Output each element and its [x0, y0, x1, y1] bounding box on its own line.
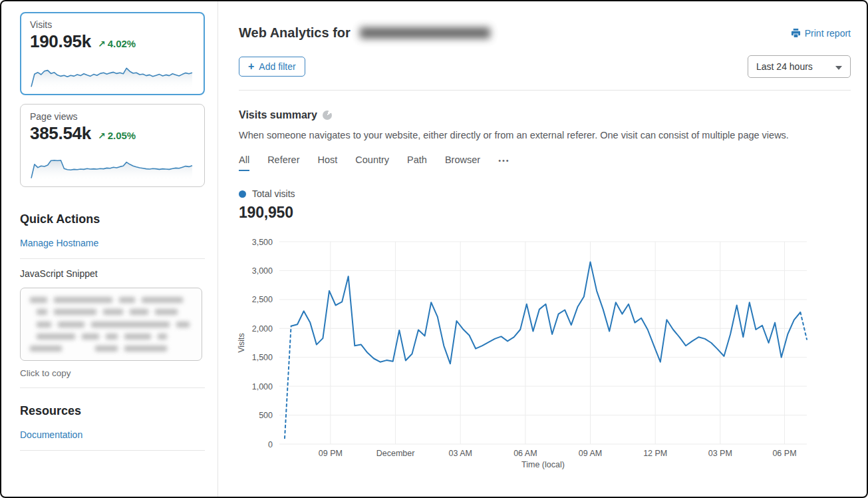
svg-text:500: 500 — [259, 411, 273, 420]
visits-line-chart: 05001,0001,5002,0002,5003,0003,50009 PMD… — [236, 236, 851, 479]
quick-actions-heading: Quick Actions — [20, 212, 205, 226]
svg-text:03 AM: 03 AM — [448, 449, 472, 458]
tab-all[interactable]: All — [239, 154, 249, 171]
svg-text:3,000: 3,000 — [252, 266, 273, 276]
metric-card-page-views[interactable]: Page views 385.54k ↗2.05% — [20, 104, 205, 187]
metric-label: Page views — [30, 111, 195, 122]
main-panel: Web Analytics for Print report + Add fil… — [218, 1, 867, 497]
tab-host[interactable]: Host — [317, 154, 337, 171]
tab-referer[interactable]: Referer — [267, 154, 299, 171]
documentation-link[interactable]: Documentation — [20, 429, 82, 440]
trend-up-icon: ↗ — [98, 130, 106, 141]
printer-icon — [791, 28, 801, 38]
javascript-snippet-code-box[interactable] — [20, 288, 202, 361]
legend-label: Total visits — [252, 188, 295, 199]
summary-tabs: All Referer Host Country Path Browser ••… — [239, 154, 851, 171]
app-window: Visits 190.95k ↗4.02% Page views 385.54k… — [0, 0, 868, 498]
svg-text:1,000: 1,000 — [252, 382, 273, 391]
svg-text:09 PM: 09 PM — [319, 449, 343, 458]
svg-text:06 AM: 06 AM — [513, 449, 537, 458]
pie-chart-icon — [323, 111, 332, 120]
svg-text:1,500: 1,500 — [252, 353, 273, 362]
page-title: Web Analytics for — [239, 25, 490, 41]
metric-label: Visits — [30, 19, 195, 30]
trend-up-icon: ↗ — [98, 39, 106, 49]
svg-text:December: December — [376, 449, 415, 458]
tab-country[interactable]: Country — [355, 154, 389, 171]
metric-card-visits[interactable]: Visits 190.95k ↗4.02% — [20, 12, 205, 95]
svg-text:06 PM: 06 PM — [772, 449, 796, 458]
metric-value: 190.95k — [30, 31, 91, 52]
time-range-dropdown[interactable]: Last 24 hours — [748, 55, 851, 78]
svg-text:12 PM: 12 PM — [643, 449, 667, 458]
sidebar: Visits 190.95k ↗4.02% Page views 385.54k… — [1, 1, 218, 497]
legend-dot-icon — [239, 190, 246, 198]
metric-delta: ↗2.05% — [98, 130, 136, 141]
svg-text:3,500: 3,500 — [252, 238, 273, 247]
chevron-down-icon — [835, 66, 842, 70]
svg-text:Visits: Visits — [237, 333, 246, 353]
redacted-domain — [360, 27, 490, 39]
javascript-snippet-label: JavaScript Snippet — [20, 268, 205, 279]
metric-value: 385.54k — [30, 123, 91, 144]
svg-text:2,000: 2,000 — [252, 324, 273, 334]
resources-heading: Resources — [20, 404, 205, 418]
add-filter-button[interactable]: + Add filter — [239, 57, 305, 77]
tab-browser[interactable]: Browser — [445, 154, 480, 171]
click-to-copy-hint: Click to copy — [20, 368, 205, 378]
svg-text:03 PM: 03 PM — [708, 449, 732, 458]
plus-icon: + — [248, 61, 254, 72]
tab-more-ellipsis-icon[interactable]: ••• — [498, 156, 510, 169]
metric-delta: ↗4.02% — [98, 38, 136, 49]
tab-path[interactable]: Path — [407, 154, 427, 171]
divider — [20, 258, 205, 259]
visits-sparkline — [30, 56, 195, 91]
manage-hostname-link[interactable]: Manage Hostname — [20, 238, 98, 248]
svg-text:0: 0 — [268, 440, 273, 449]
divider — [239, 90, 851, 91]
visits-summary-description: When someone navigates to your website, … — [239, 130, 837, 140]
page-views-sparkline — [30, 148, 195, 182]
chart-legend: Total visits — [239, 188, 851, 199]
divider — [20, 450, 205, 451]
visits-summary-heading: Visits summary — [239, 109, 317, 121]
svg-text:Time (local): Time (local) — [521, 460, 565, 469]
divider — [20, 387, 205, 388]
print-report-link[interactable]: Print report — [791, 28, 851, 39]
total-visits-value: 190,950 — [239, 204, 851, 222]
svg-text:2,500: 2,500 — [252, 295, 273, 304]
svg-text:09 AM: 09 AM — [579, 449, 602, 458]
